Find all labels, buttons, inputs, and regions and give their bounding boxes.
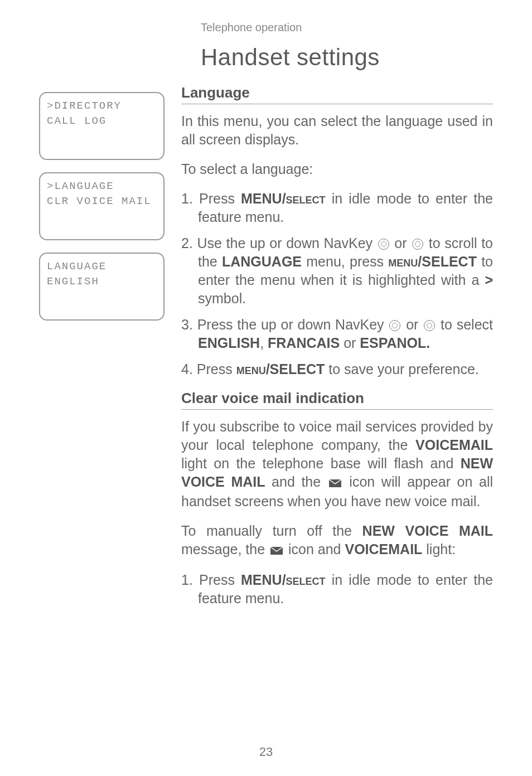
lcd-screen-3: LANGUAGE ENGLISH: [39, 253, 165, 321]
mail-icon: [270, 541, 283, 560]
lcd-screen-1: >DIRECTORY CALL LOG: [39, 92, 165, 160]
list-item: 1. Press MENU/select in idle mode to ent…: [181, 571, 493, 608]
navkey-up-icon: [378, 239, 389, 250]
list-item: 1. Press MENU/select in idle mode to ent…: [181, 190, 493, 226]
list-item: 3. Press the up or down NavKey or to sel…: [181, 316, 493, 352]
lcd-screen-2: >LANGUAGE CLR VOICE MAIL: [39, 172, 165, 240]
lcd-line: CLR VOICE MAIL: [47, 194, 157, 209]
page-title: Handset settings: [39, 44, 493, 71]
section-header: Telephone operation: [39, 21, 493, 34]
list-item: 4. Press menu/SELECT to save your prefer…: [181, 360, 493, 379]
navkey-down-icon: [424, 320, 435, 331]
subheading-clear-voicemail: Clear voice mail indication: [181, 390, 493, 410]
steps-list-2: 1. Press MENU/select in idle mode to ent…: [181, 571, 493, 608]
lcd-line: >DIRECTORY: [47, 99, 157, 114]
navkey-down-icon: [412, 239, 423, 250]
navkey-up-icon: [389, 320, 400, 331]
lcd-line: >LANGUAGE: [47, 179, 157, 194]
lcd-line: ENGLISH: [47, 274, 157, 289]
lcd-line: LANGUAGE: [47, 259, 157, 274]
page-number: 23: [0, 745, 532, 759]
intro-paragraph: In this menu, you can select the languag…: [181, 112, 493, 149]
voicemail-para-1: If you subscribe to voice mail services …: [181, 418, 493, 511]
lcd-line: CALL LOG: [47, 114, 157, 129]
mail-icon: [328, 474, 342, 492]
screen-previews: >DIRECTORY CALL LOG >LANGUAGE CLR VOICE …: [39, 84, 165, 619]
body-content: Language In this menu, you can select th…: [181, 84, 493, 619]
voicemail-para-2: To manually turn off the NEW VOICE MAIL …: [181, 522, 493, 560]
list-item: 2. Use the up or down NavKey or to scrol…: [181, 234, 493, 308]
steps-list-1: 1. Press MENU/select in idle mode to ent…: [181, 190, 493, 379]
subheading-language: Language: [181, 84, 493, 104]
lead-paragraph: To select a language:: [181, 160, 493, 178]
